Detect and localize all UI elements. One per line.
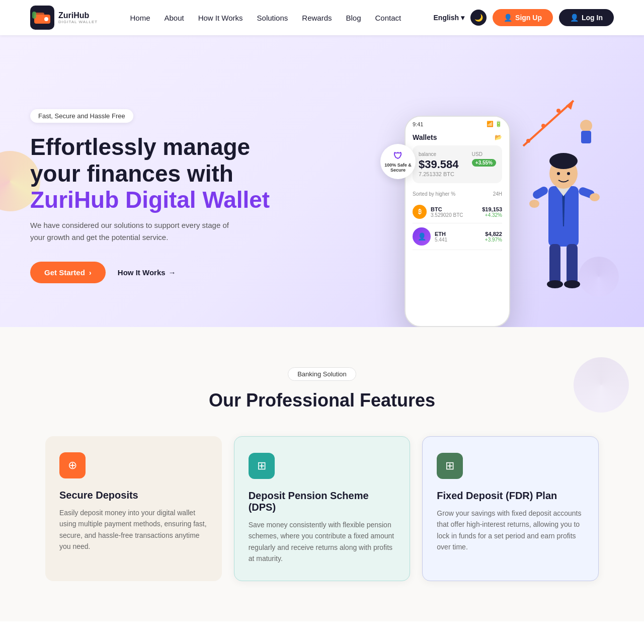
business-illustration: [513, 96, 614, 327]
deco-circle-features: [574, 357, 629, 413]
dps-title: Deposit Pension Scheme (DPS): [249, 490, 396, 513]
hero-badge: Fast, Secure and Hassle Free: [30, 109, 133, 123]
how-it-works-button[interactable]: How It Works →: [118, 268, 176, 277]
svg-point-15: [590, 193, 600, 201]
nav-contact[interactable]: Contact: [375, 14, 401, 22]
svg-point-22: [526, 139, 530, 143]
eth-avatar: 👤: [413, 227, 431, 246]
phone-status-bar: 9:41 📶 🔋: [406, 117, 509, 129]
nav-right: English ▾ 🌙 👤 Sign Up 👤 Log In: [434, 9, 614, 26]
chevron-down-icon: ▾: [461, 14, 464, 22]
hero-brand-name: ZuriHub Digital Wallet: [30, 187, 270, 213]
svg-point-18: [547, 280, 563, 288]
balance-change-badge: +3.55%: [472, 159, 496, 167]
balance-card: balance $39.584 7.251332 BTC USD +3.55%: [413, 145, 502, 183]
svg-point-23: [541, 124, 545, 128]
svg-rect-12: [531, 185, 549, 200]
arrow-right-thin-icon: →: [169, 268, 176, 277]
arrow-right-icon: ›: [89, 268, 92, 277]
dps-desc: Save money consistently with flexible pe…: [249, 519, 396, 565]
logo[interactable]: ZuriHub DIGITAL WALLET: [30, 6, 98, 30]
svg-point-11: [567, 172, 570, 175]
signup-button[interactable]: 👤 Sign Up: [493, 9, 553, 26]
fdr-desc: Grow your savings with fixed deposit acc…: [437, 508, 584, 553]
logo-icon: [30, 6, 54, 30]
secure-deposits-title: Secure Deposits: [59, 490, 208, 501]
svg-marker-21: [566, 101, 574, 110]
login-button[interactable]: 👤 Log In: [559, 9, 614, 26]
get-started-button[interactable]: Get Started ›: [30, 262, 106, 283]
features-tag: Banking Solution: [288, 367, 356, 381]
phone-mockup: 9:41 📶 🔋 Wallets 📂 balance $39.584 7.251…: [405, 116, 510, 327]
svg-rect-17: [567, 244, 578, 284]
phone-header: Wallets 📂: [406, 129, 509, 145]
svg-rect-26: [581, 131, 591, 143]
nav-blog[interactable]: Blog: [346, 14, 361, 22]
phone-body: balance $39.584 7.251332 BTC USD +3.55% …: [406, 145, 509, 250]
logo-sub: DIGITAL WALLET: [58, 20, 98, 24]
nav-about[interactable]: About: [164, 14, 184, 22]
hero-heading: Effortlessly manage your finances with Z…: [30, 134, 322, 214]
language-selector[interactable]: English ▾: [434, 14, 465, 22]
phone-sort: Sorted by higher % 24H: [413, 189, 502, 201]
svg-point-24: [556, 109, 560, 113]
hero-content: Fast, Secure and Hassle Free Effortlessl…: [30, 109, 322, 284]
logo-name: ZuriHub: [58, 11, 98, 20]
navbar: ZuriHub DIGITAL WALLET Home About How It…: [0, 0, 644, 35]
feature-card-fdr: ⊞ Fixed Deposit (FDR) Plan Grow your sav…: [422, 436, 599, 581]
svg-point-14: [529, 200, 539, 208]
language-label: English: [434, 14, 459, 22]
hero-buttons: Get Started › How It Works →: [30, 262, 322, 283]
dps-icon: ⊞: [249, 453, 275, 479]
nav-home[interactable]: Home: [130, 14, 150, 22]
feature-card-secure-deposits: ⊕ Secure Deposits Easily deposit money i…: [45, 436, 222, 581]
crypto-item-eth: 👤 ETH 5.441 $4,822 +3.97%: [413, 223, 502, 250]
hero-section: Fast, Secure and Hassle Free Effortlessl…: [0, 35, 644, 327]
crypto-item-btc: ₿ BTC 3.529020 BTC $19,153 +4.32%: [413, 201, 502, 223]
nav-rewards[interactable]: Rewards: [302, 14, 332, 22]
nav-solutions[interactable]: Solutions: [257, 14, 288, 22]
person-circle-icon: 👤: [570, 14, 579, 22]
svg-point-10: [557, 172, 560, 175]
moon-icon: 🌙: [474, 14, 483, 22]
dark-mode-toggle[interactable]: 🌙: [470, 10, 487, 26]
fdr-icon: ⊞: [437, 453, 463, 479]
svg-point-3: [44, 17, 48, 21]
feature-card-dps: ⊞ Deposit Pension Scheme (DPS) Save mone…: [234, 436, 411, 581]
svg-point-9: [549, 153, 578, 169]
features-grid: ⊕ Secure Deposits Easily deposit money i…: [45, 436, 599, 581]
svg-line-20: [523, 101, 574, 146]
features-title: Our Professional Features: [30, 390, 614, 411]
hero-description: We have considered our solutions to supp…: [30, 219, 231, 244]
nav-links: Home About How It Works Solutions Reward…: [130, 14, 401, 22]
features-header: Banking Solution Our Professional Featur…: [30, 367, 614, 411]
secure-deposits-desc: Easily deposit money into your digital w…: [59, 507, 208, 552]
svg-point-25: [580, 120, 592, 132]
safe-badge: 🛡 100% Safe & Secure: [380, 144, 416, 179]
btc-icon: ₿: [413, 205, 427, 219]
secure-deposits-icon: ⊕: [59, 452, 86, 478]
svg-rect-16: [549, 244, 560, 284]
features-section: Banking Solution Our Professional Featur…: [0, 327, 644, 621]
shield-icon: 🛡: [393, 151, 403, 162]
svg-point-19: [564, 280, 580, 288]
fdr-title: Fixed Deposit (FDR) Plan: [437, 490, 584, 502]
nav-how-it-works[interactable]: How It Works: [198, 14, 243, 22]
svg-rect-4: [32, 12, 36, 19]
person-icon: 👤: [504, 14, 512, 22]
hero-visual: 🛡 100% Safe & Secure 9:41 📶 🔋 Wallets 📂 …: [322, 65, 614, 327]
